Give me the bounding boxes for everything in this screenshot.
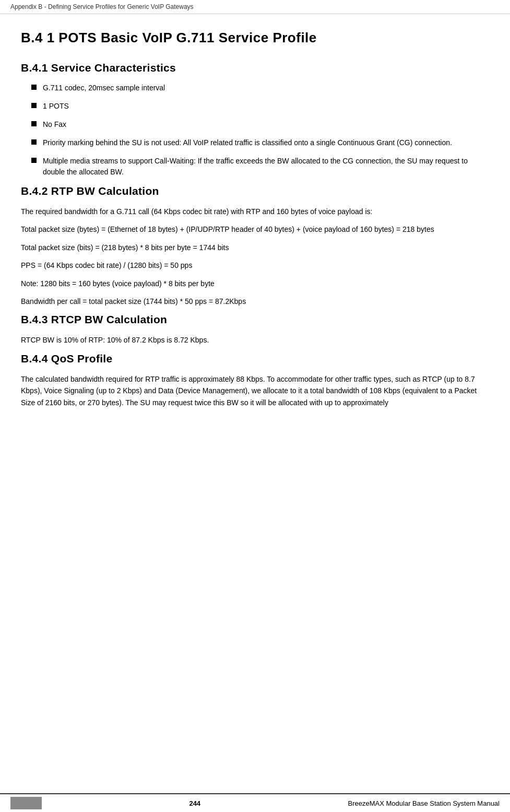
b43-para-0: RTCP BW is 10% of RTP: 10% of 87.2 Kbps …	[21, 334, 489, 346]
bullet-text: No Fax	[43, 119, 66, 130]
bullet-icon	[31, 139, 37, 145]
b42-para-0: The required bandwidth for a G.711 call …	[21, 206, 489, 217]
b41-bullet-list: G.711 codec, 20msec sample interval 1 PO…	[31, 83, 489, 178]
section-b43-title: B.4.3 RTCP BW Calculation	[21, 313, 489, 326]
bullet-text: Priority marking behind the SU is not us…	[43, 137, 452, 148]
footer-page-number: 244	[189, 799, 200, 807]
breadcrumb: Appendix B - Defining Service Profiles f…	[0, 0, 510, 14]
b42-para-2: Total packet size (bits) = (218 bytes) *…	[21, 242, 489, 253]
section-b42-title: B.4.2 RTP BW Calculation	[21, 185, 489, 197]
list-item: G.711 codec, 20msec sample interval	[31, 83, 489, 93]
bullet-icon	[31, 121, 37, 126]
list-item: Multiple media streams to support Call-W…	[31, 156, 489, 178]
bullet-icon	[31, 158, 37, 163]
list-item: 1 POTS	[31, 101, 489, 112]
bullet-text: Multiple media streams to support Call-W…	[43, 156, 489, 178]
bullet-text: G.711 codec, 20msec sample interval	[43, 83, 165, 93]
footer: 244 BreezeMAX Modular Base Station Syste…	[0, 793, 510, 812]
footer-doc-title: BreezeMAX Modular Base Station System Ma…	[348, 799, 500, 807]
b42-para-4: Note: 1280 bits = 160 bytes (voice paylo…	[21, 278, 489, 289]
section-b44-title: B.4.4 QoS Profile	[21, 352, 489, 365]
list-item: Priority marking behind the SU is not us…	[31, 137, 489, 148]
b42-para-1: Total packet size (bytes) = (Ethernet of…	[21, 223, 489, 235]
section-b41-title: B.4.1 Service Characteristics	[21, 62, 489, 74]
bullet-icon	[31, 103, 37, 108]
b42-para-3: PPS = (64 Kbps codec bit rate) / (1280 b…	[21, 260, 489, 271]
bullet-text: 1 POTS	[43, 101, 69, 112]
list-item: No Fax	[31, 119, 489, 130]
footer-decoration	[10, 797, 42, 809]
b42-para-5: Bandwidth per call = total packet size (…	[21, 296, 489, 307]
b44-para-0: The calculated bandwidth required for RT…	[21, 373, 489, 408]
main-section-title: B.4 1 POTS Basic VoIP G.711 Service Prof…	[21, 30, 489, 46]
bullet-icon	[31, 85, 37, 90]
